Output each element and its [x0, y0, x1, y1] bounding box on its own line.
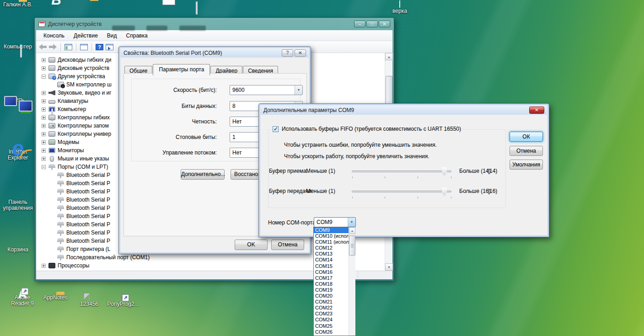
desktop-icon-computer-top[interactable]: [177, 0, 210, 1]
close-button[interactable]: ✕: [529, 107, 544, 114]
tab-port-settings[interactable]: Параметры порта: [153, 64, 210, 75]
hint-speed: Чтобы ускорить работу, попробуйте увелич…: [284, 153, 429, 160]
tree-item-label[interactable]: Звуковые, видео и иг: [58, 90, 112, 96]
tree-item-label[interactable]: Bluetooth Serial P: [66, 180, 110, 187]
tree-item-label[interactable]: Bluetooth Serial P: [66, 188, 110, 195]
export-list-icon[interactable]: [106, 44, 113, 50]
desktop-icon-computer[interactable]: Компьютер: [1, 43, 35, 50]
tree-item-label[interactable]: Порты (COM и LPT): [58, 164, 108, 170]
tree-item-label[interactable]: Дисководы гибких ди: [58, 57, 111, 63]
tree-item-label[interactable]: Bluetooth Serial P: [66, 172, 110, 178]
menu-item[interactable]: Действие: [69, 31, 102, 40]
help-icon[interactable]: ?: [96, 44, 103, 50]
desktop-icon-bluetooth[interactable]: B: [39, 0, 73, 1]
tree-item-label[interactable]: Контроллеры запом: [58, 123, 109, 129]
close-button[interactable]: ✕: [379, 21, 390, 27]
show-console-tree-icon[interactable]: [64, 44, 72, 50]
tree-item-label[interactable]: Bluetooth Serial P: [66, 213, 110, 219]
scroll-down-icon[interactable]: ▼: [385, 263, 393, 271]
ok-button[interactable]: OK: [235, 240, 268, 250]
menu-item[interactable]: Вид: [102, 31, 122, 40]
field-label: Биты данных:: [128, 101, 217, 111]
desktop-icon-ponyprog[interactable]: PonyProg2...: [106, 294, 140, 307]
tree-item-label[interactable]: Модемы: [58, 139, 79, 145]
tree-item-label[interactable]: Процессоры: [58, 262, 90, 269]
tree-expander-icon[interactable]: [42, 132, 46, 136]
tree-item-label[interactable]: Контроллеры гибких: [58, 114, 110, 121]
back-icon[interactable]: [39, 44, 47, 50]
help-button[interactable]: ?: [282, 49, 293, 57]
tree-item-label[interactable]: Дисковые устройств: [58, 65, 109, 71]
com-port-select[interactable]: COM9 ▼: [314, 217, 356, 227]
desktop-icon-internet-explorer[interactable]: e Internet Explorer: [1, 148, 35, 161]
defaults-button[interactable]: Умолчания: [510, 160, 543, 170]
desktop-icon-user-folder[interactable]: Галкин А.В.: [1, 1, 35, 8]
field-label: Скорость (бит/с):: [128, 85, 217, 95]
scrollbar-thumb[interactable]: [386, 76, 392, 105]
minimize-button[interactable]: –: [354, 21, 365, 27]
desktop-icon-black-square[interactable]: верка: [382, 1, 417, 14]
tree-expander-icon[interactable]: [42, 91, 46, 95]
tree-item-label[interactable]: Порт принтера (L: [66, 246, 110, 252]
tree-expander-icon[interactable]: [42, 149, 46, 153]
tree-item-label[interactable]: Bluetooth Serial P: [66, 238, 110, 244]
tree-item-label[interactable]: Клавиатуры: [58, 98, 88, 104]
chevron-down-icon[interactable]: ▼: [295, 85, 302, 95]
tree-item-label[interactable]: Bluetooth Serial P: [66, 205, 110, 211]
tree-item-label[interactable]: Последовательный порт (COM1): [66, 254, 150, 261]
baud-rate-select[interactable]: 9600▼: [230, 85, 303, 95]
scroll-up-icon[interactable]: ▲: [385, 53, 393, 60]
tree-expander-icon[interactable]: [42, 264, 46, 268]
scrollbar-thumb[interactable]: [349, 235, 355, 256]
cancel-button[interactable]: Отмена: [510, 146, 543, 156]
tree-item-label[interactable]: SM контроллер ш: [66, 81, 112, 88]
transmit-buffer-slider[interactable]: [352, 191, 451, 192]
tree-expander-icon[interactable]: [42, 107, 46, 112]
scroll-up-icon[interactable]: ▲: [349, 227, 355, 234]
desktop: B верка: [0, 0, 644, 336]
menu-item[interactable]: Справка: [122, 31, 152, 40]
desktop-icon-recycle-bin[interactable]: Корзина: [1, 246, 35, 253]
cancel-button[interactable]: Отмена: [271, 240, 304, 250]
menu-item[interactable]: Консоль: [39, 31, 69, 40]
dialog-titlebar[interactable]: Дополнительные параметры COM9 ✕: [261, 106, 547, 115]
tree-expander-icon[interactable]: [42, 165, 46, 169]
desktop-icon-appnotes[interactable]: AppNotes: [38, 294, 72, 301]
desktop-icon-adobe-reader[interactable]: A Adobe Reader 9: [5, 294, 39, 307]
receive-buffer-slider[interactable]: [352, 171, 451, 172]
desktop-icon-control-panel[interactable]: Панель управления: [1, 198, 35, 211]
desktop-icon-123456[interactable]: 123456: [72, 294, 106, 307]
tree-expander-icon[interactable]: [42, 140, 46, 144]
tree-expander-icon[interactable]: [42, 157, 46, 161]
chevron-down-icon[interactable]: ▼: [348, 218, 355, 227]
tree-item-label[interactable]: Bluetooth Serial P: [66, 197, 110, 203]
tree-expander-icon[interactable]: [42, 116, 46, 120]
tree-expander-icon[interactable]: [42, 99, 46, 103]
tree-item-label[interactable]: Bluetooth Serial P: [66, 221, 110, 228]
tree-item-label[interactable]: Другие устройства: [58, 73, 105, 80]
tree-item-label[interactable]: Мониторы: [58, 147, 84, 154]
properties-icon[interactable]: [80, 44, 88, 50]
desktop-icon-folder[interactable]: [72, 0, 106, 1]
tree-expander-icon[interactable]: [42, 66, 46, 70]
ok-button[interactable]: ОК: [510, 132, 543, 142]
forward-icon[interactable]: [49, 44, 57, 50]
fifo-checkbox[interactable]: [273, 126, 279, 132]
tree-item-label[interactable]: Контроллеры универ: [58, 131, 111, 137]
tree-expander-icon[interactable]: [42, 58, 46, 62]
desktop-icon-label: AppNotes: [38, 295, 72, 301]
tree-item-label[interactable]: Компьютер: [58, 106, 86, 112]
tree-item-label[interactable]: Мыши и иные указы: [58, 155, 109, 162]
window-titlebar[interactable]: Диспетчер устройств – □ ✕: [35, 18, 394, 30]
dropdown-scrollbar[interactable]: ▲: [349, 227, 355, 336]
advanced-button[interactable]: Дополнительно...: [181, 169, 225, 180]
desktop-icon-serial-cable[interactable]: [106, 0, 140, 1]
tree-expander-icon[interactable]: [42, 75, 46, 79]
tree-expander-icon[interactable]: [42, 124, 46, 128]
close-button[interactable]: ✕: [295, 49, 306, 57]
desktop-icon-printer[interactable]: [141, 0, 175, 1]
desktop-icon-network[interactable]: Сеть: [1, 96, 35, 103]
dialog-titlebar[interactable]: Свойства: Bluetooth Serial Port (COM9) ?…: [121, 48, 309, 58]
maximize-button[interactable]: □: [366, 21, 378, 27]
tree-item-label[interactable]: Bluetooth Serial P: [66, 229, 110, 236]
